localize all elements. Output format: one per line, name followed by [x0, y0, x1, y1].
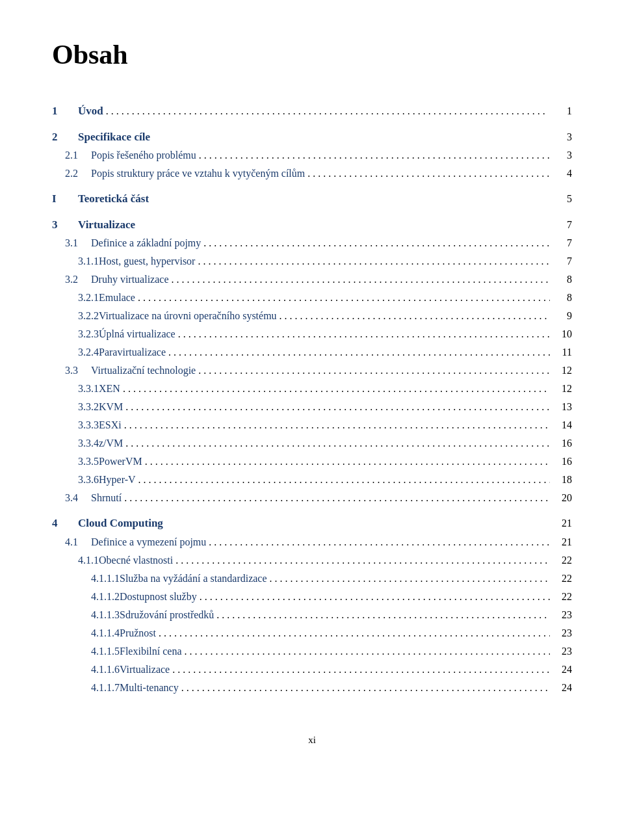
toc-entry: 2.1Popis řešeného problému3 [52, 148, 572, 163]
toc-entry-label: Virtualizace na úrovni operačního systém… [99, 308, 277, 324]
toc-entry-label: Cloud Computing [78, 515, 163, 532]
toc-entry-number: 4.1.1.6 [52, 662, 120, 677]
toc-entry: 3.3.6Hyper-V18 [52, 472, 572, 488]
toc-entry-page: 11 [552, 345, 572, 360]
toc-entry-dots [106, 103, 550, 119]
toc-entry: 3.3.3ESXi14 [52, 417, 572, 433]
toc-entry-number: 3.2.3 [52, 326, 99, 342]
toc-entry: 3.2.3Úplná virtualizace10 [52, 326, 572, 342]
toc-entry-dots [209, 534, 550, 550]
toc-entry: 3.3.2KVM13 [52, 399, 572, 415]
toc-entry: 3.2.4Paravirtualizace11 [52, 345, 572, 360]
toc-entry-dots [159, 625, 550, 641]
toc-entry-number: 3.2 [52, 272, 91, 287]
toc-entry-label: Popis struktury práce ve vztahu k vytyče… [91, 166, 305, 181]
toc-entry: 3.1Definice a základní pojmy7 [52, 235, 572, 251]
toc-entry: 4.1.1.6Virtualizace24 [52, 662, 572, 677]
page-footer: xi [52, 735, 572, 746]
toc-entry: 4Cloud Computing21 [52, 515, 572, 532]
toc-entry-dots [138, 472, 550, 488]
toc-entry-page: 8 [552, 290, 572, 306]
toc-entry: 4.1Definice a vymezení pojmu21 [52, 534, 572, 550]
toc-entry-label: Host, guest, hypervisor [99, 254, 195, 269]
toc-entry-number: 1 [52, 103, 78, 120]
toc-container: 1Úvod12Specifikace cíle32.1Popis řešenéh… [52, 103, 572, 696]
toc-entry: 4.1.1Obecné vlastnosti22 [52, 553, 572, 568]
toc-entry-number: 2.2 [52, 166, 91, 181]
toc-entry: 3.4Shrnutí20 [52, 490, 572, 506]
page-title: Obsah [52, 39, 572, 70]
toc-entry-label: ESXi [99, 417, 122, 433]
toc-entry: 3.1.1Host, guest, hypervisor7 [52, 254, 572, 269]
toc-entry-dots [124, 490, 550, 506]
toc-entry-page: 1 [552, 103, 572, 119]
toc-entry-dots [168, 345, 550, 360]
toc-entry-label: Popis řešeného problému [91, 148, 196, 163]
toc-entry-label: Sdružování prostředků [120, 607, 214, 623]
toc-entry-number: 3 [52, 217, 78, 233]
toc-entry-dots [270, 571, 550, 586]
toc-entry-label: Druhy virtualizace [91, 272, 169, 287]
toc-entry-page: 16 [552, 436, 572, 451]
toc-entry-label: Virtualizační technologie [91, 363, 196, 378]
toc-entry-number: 3.3 [52, 363, 91, 378]
toc-entry-number: 3.3.3 [52, 417, 99, 433]
toc-entry: ITeoretická část5 [52, 190, 572, 207]
toc-entry-dots [185, 644, 550, 659]
toc-entry: 4.1.1.5Flexibilní cena23 [52, 644, 572, 659]
toc-entry-number: 4.1.1.5 [52, 644, 120, 659]
toc-entry: 3.3.5PowerVM16 [52, 454, 572, 469]
toc-entry-dots [124, 417, 550, 433]
toc-entry-number: 3.2.2 [52, 308, 99, 324]
toc-entry: 2Specifikace cíle3 [52, 129, 572, 146]
toc-entry-page: 12 [552, 381, 572, 397]
toc-entry-label: Obecné vlastnosti [99, 553, 173, 568]
toc-entry-dots [181, 680, 550, 696]
toc-entry-page: 20 [552, 490, 572, 506]
toc-entry-page: 22 [552, 553, 572, 568]
toc-entry-dots [123, 381, 550, 397]
toc-entry-dots [216, 607, 550, 623]
toc-entry: 3.2Druhy virtualizace8 [52, 272, 572, 287]
toc-entry-page: 7 [552, 217, 572, 233]
toc-entry-label: Hyper-V [99, 472, 136, 488]
toc-entry-dots [145, 454, 550, 469]
toc-entry-page: 16 [552, 454, 572, 469]
toc-entry-page: 21 [552, 534, 572, 550]
toc-entry-label: Paravirtualizace [99, 345, 166, 360]
toc-entry-number: 3.2.1 [52, 290, 99, 306]
toc-entry-label: Multi-tenancy [120, 680, 179, 696]
toc-entry-label: Virtualizace [78, 217, 135, 233]
toc-entry-number: 2 [52, 129, 78, 146]
toc-entry-label: Úplná virtualizace [99, 326, 176, 342]
toc-entry-page: 10 [552, 326, 572, 342]
toc-entry: 4.1.1.3Sdružování prostředků23 [52, 607, 572, 623]
toc-entry: 4.1.1.4Pružnost23 [52, 625, 572, 641]
toc-entry: 3.3Virtualizační technologie12 [52, 363, 572, 378]
toc-entry-dots [198, 363, 550, 378]
toc-entry-dots [199, 148, 550, 163]
toc-entry-page: 23 [552, 607, 572, 623]
toc-entry: 3Virtualizace7 [52, 217, 572, 233]
toc-entry-page: 8 [552, 272, 572, 287]
toc-entry-label: Specifikace cíle [78, 129, 150, 146]
toc-entry-number: 3.3.4 [52, 436, 99, 451]
toc-entry-page: 22 [552, 589, 572, 605]
toc-entry-page: 14 [552, 417, 572, 433]
toc-entry-dots [178, 326, 550, 342]
toc-entry-number: 4.1.1.3 [52, 607, 120, 623]
toc-entry: 3.2.1Emulace8 [52, 290, 572, 306]
toc-entry-number: 3.3.1 [52, 381, 99, 397]
toc-entry-number: 4.1.1 [52, 553, 99, 568]
toc-entry-label: PowerVM [99, 454, 142, 469]
toc-entry-number: 3.1.1 [52, 254, 99, 269]
toc-entry-label: Úvod [78, 103, 103, 120]
toc-entry-page: 21 [552, 516, 572, 531]
toc-entry-number: 2.1 [52, 148, 91, 163]
toc-entry-number: 4.1.1.4 [52, 625, 120, 641]
toc-entry-label: Pružnost [120, 625, 156, 641]
toc-entry-label: z/VM [99, 436, 123, 451]
toc-entry-page: 23 [552, 625, 572, 641]
toc-entry-label: Emulace [99, 290, 135, 306]
toc-entry-label: Služba na vyžádání a standardizace [120, 571, 267, 586]
